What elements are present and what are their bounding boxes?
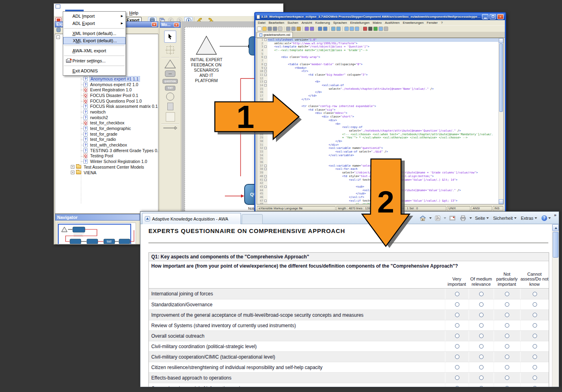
- minimize-button[interactable]: [482, 14, 488, 19]
- tree-item-focus-questions-pool-1-0[interactable]: QFOCUS Questions Pool 1.0: [55, 98, 158, 104]
- radio-button[interactable]: [455, 292, 459, 296]
- radio-button[interactable]: [505, 355, 509, 359]
- menubar-item-help[interactable]: Help: [126, 10, 142, 16]
- radio-button[interactable]: [533, 365, 537, 369]
- redo-icon[interactable]: [310, 27, 314, 31]
- tree-item-test-for-grade[interactable]: ?test_for_grade: [55, 131, 158, 137]
- radio-button[interactable]: [505, 323, 509, 328]
- triangle-tool[interactable]: [165, 60, 176, 68]
- tree-item-focus-disaster-pool-0-1[interactable]: QFOCUS Disaster Pool 0.1: [55, 93, 158, 98]
- close-file-icon[interactable]: [278, 27, 282, 31]
- print-dropdown-icon[interactable]: [469, 217, 472, 219]
- tree-item-anonymous-expert-2-1-0[interactable]: ?Anonymous expert #2 1.0: [55, 82, 158, 87]
- read-mail-icon[interactable]: [448, 215, 457, 221]
- radio-button[interactable]: [505, 302, 509, 307]
- menu-item-awa-xml-export[interactable]: AWA-XML export: [63, 47, 126, 54]
- rect-tool[interactable]: [167, 103, 173, 110]
- tree-item-test-assessment-center-models[interactable]: +Test Assessment Center Models: [55, 164, 158, 170]
- menu-item-printer-settings[interactable]: Printer settings...: [63, 57, 126, 64]
- print-icon[interactable]: [459, 215, 467, 222]
- replace-icon[interactable]: [323, 27, 327, 31]
- radio-button[interactable]: [455, 344, 459, 349]
- show-all-chars-icon[interactable]: [350, 27, 354, 31]
- radio-button[interactable]: [479, 334, 484, 338]
- menu-item-adl-export[interactable]: ADL Export▶: [63, 20, 126, 27]
- navigator-thumbnail[interactable]: TXT: [57, 223, 136, 244]
- open-folder-icon[interactable]: [262, 27, 267, 31]
- radio-button[interactable]: [505, 313, 509, 317]
- tree-item-testing-3-different-grade-types-0-1[interactable]: ?TESTING 3 different Grade Types 0.1: [55, 148, 158, 153]
- new-tab-button[interactable]: [242, 214, 263, 224]
- radio-button[interactable]: [455, 302, 459, 307]
- stop-macro-icon[interactable]: [368, 27, 373, 31]
- zoom-in-icon[interactable]: [331, 27, 336, 31]
- save-icon[interactable]: [268, 27, 272, 31]
- radio-button[interactable]: [533, 355, 537, 359]
- cut-icon[interactable]: [286, 27, 290, 31]
- radio-button[interactable]: [479, 375, 484, 380]
- radio-button[interactable]: [455, 375, 459, 380]
- doc-map-icon[interactable]: [379, 27, 383, 31]
- radio-button[interactable]: [533, 292, 537, 296]
- maximize-button[interactable]: [490, 14, 496, 19]
- radio-button[interactable]: [505, 334, 509, 338]
- expand-icon[interactable]: +: [71, 171, 74, 174]
- help-icon[interactable]: ?: [540, 215, 552, 222]
- tree-root-collapse-icon[interactable]: -: [56, 35, 60, 39]
- undo-icon[interactable]: [305, 27, 309, 31]
- notepad-menu-bearbeiten[interactable]: Bearbeiten: [267, 21, 286, 25]
- page-menu[interactable]: Seite: [474, 215, 490, 221]
- radio-button[interactable]: [479, 386, 484, 387]
- notepad-menu-ansicht[interactable]: Ansicht: [300, 21, 314, 25]
- square-tool[interactable]: [166, 112, 175, 122]
- indent-guide-icon[interactable]: [355, 27, 359, 31]
- scroll-down-icon[interactable]: [499, 199, 503, 204]
- menu-item-xml-import-default[interactable]: XML Import (default)...: [63, 30, 126, 37]
- tree-item-winter-school-registration-1-0[interactable]: ?Winter School Registration 1.0: [55, 159, 158, 164]
- radio-button[interactable]: [455, 323, 459, 328]
- notepad-menu-erweiterungen[interactable]: Erweiterungen: [401, 21, 425, 25]
- browser-tab[interactable]: Adaptive Knowledge Acquisition - AWA: [142, 213, 241, 224]
- page-scrollbar[interactable]: [552, 224, 559, 387]
- select-tool[interactable]: [164, 31, 176, 43]
- save-all-icon[interactable]: [273, 27, 277, 31]
- radio-button[interactable]: [479, 344, 484, 349]
- radio-button[interactable]: [505, 375, 509, 380]
- home-dropdown-icon[interactable]: [429, 217, 432, 219]
- scrollbar-thumb[interactable]: [499, 43, 503, 112]
- radio-button[interactable]: [505, 344, 509, 349]
- radio-button[interactable]: [505, 292, 509, 296]
- scroll-up-icon[interactable]: [552, 224, 559, 231]
- tree-item-rwoitsch[interactable]: ?rwoitsch: [55, 109, 158, 115]
- tree-item-test-for-checkbox[interactable]: Qtest_for_checkbox: [55, 120, 158, 126]
- notepad-menu-sprachen[interactable]: Sprachen: [331, 21, 348, 25]
- radio-button[interactable]: [533, 313, 537, 317]
- text-tool[interactable]: TXT: [165, 86, 175, 91]
- notepad-menu-einstellungen[interactable]: Einstellungen: [349, 21, 371, 25]
- radio-button[interactable]: [533, 375, 537, 380]
- radio-button[interactable]: [479, 365, 484, 369]
- feeds-dropdown-icon[interactable]: [444, 217, 446, 219]
- menu-item-exit-adonis[interactable]: Exit ADONIS: [63, 67, 126, 74]
- find-icon[interactable]: [318, 27, 322, 31]
- new-file-icon[interactable]: [257, 27, 261, 31]
- notepad-menu-makro[interactable]: Makro: [371, 21, 383, 25]
- radio-button[interactable]: [455, 313, 459, 317]
- explorer-database-icon[interactable]: [56, 27, 61, 34]
- copy-icon[interactable]: [291, 27, 296, 31]
- play-macro-icon[interactable]: [373, 27, 378, 31]
- connector-tool[interactable]: [163, 126, 177, 130]
- editor-scrollbar[interactable]: [498, 38, 503, 204]
- radio-button[interactable]: [505, 365, 509, 369]
- radio-button[interactable]: [479, 313, 484, 317]
- radio-button[interactable]: [455, 334, 459, 338]
- home-icon[interactable]: [418, 215, 427, 222]
- radio-button[interactable]: [479, 323, 484, 328]
- tree-item-anonymous-expert-1-1-1[interactable]: ?Anonymous expert #1 1.1: [55, 76, 158, 82]
- overflow-chevron-icon[interactable]: »: [554, 213, 556, 217]
- radio-button[interactable]: [479, 302, 484, 307]
- radio-button[interactable]: [479, 355, 484, 359]
- zoom-out-icon[interactable]: [336, 27, 341, 31]
- menu-item-xml-export-default[interactable]: XML Export (default)...: [63, 37, 126, 44]
- paste-icon[interactable]: [296, 27, 301, 31]
